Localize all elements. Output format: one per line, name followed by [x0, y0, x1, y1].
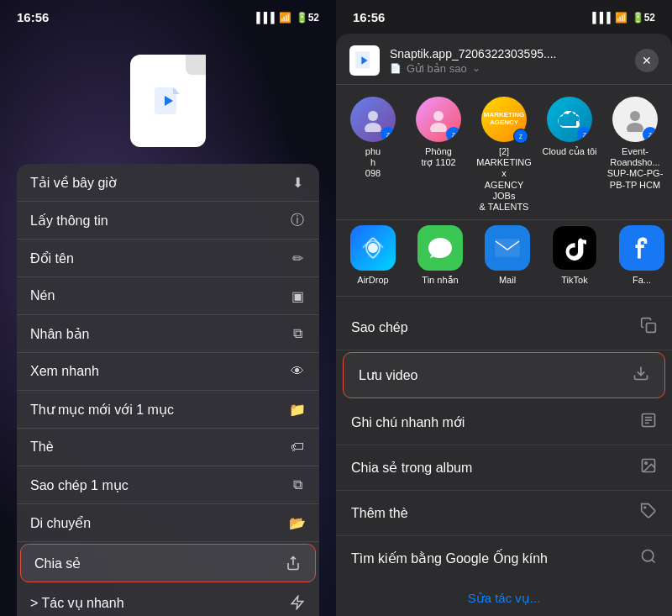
- contact-avatar-5: Z: [612, 97, 658, 142]
- chevron-down-icon: ⌄: [472, 62, 480, 74]
- quick-action-icon: [289, 594, 306, 611]
- menu-xem-nhanh[interactable]: Xem nhanh 👁: [17, 353, 319, 391]
- message-app-icon: [417, 225, 463, 271]
- add-tag-icon: [640, 503, 657, 524]
- svg-point-3: [368, 111, 378, 121]
- status-icons-right: ▐▐▐ 📶 🔋52: [589, 12, 655, 24]
- menu-the[interactable]: Thè 🏷: [17, 429, 319, 466]
- contact-3-name: [2]MARKETING xAGENCY JOBs& TALENTS: [474, 146, 534, 213]
- tiktok-app-icon: [552, 225, 597, 271]
- action-list: Sao chép Lưu video: [336, 305, 672, 581]
- contact-4-name: Cloud của tôi: [542, 146, 596, 157]
- menu-doi-ten[interactable]: Đổi tên ✏: [17, 240, 319, 277]
- google-lens-label: Tìm kiếm bằng Google Ống kính: [351, 550, 548, 566]
- contact-5[interactable]: Z Event-Roandsho...SUP-MC-PG-PB-TP HCM: [605, 97, 665, 213]
- share-app-facebook[interactable]: Fa...: [612, 225, 672, 286]
- svg-point-18: [645, 462, 648, 465]
- contact-5-app-label: Z: [643, 127, 658, 142]
- mail-label: Mail: [499, 275, 516, 285]
- svg-rect-10: [496, 240, 519, 256]
- facebook-label: Fa...: [633, 275, 651, 285]
- action-them-the[interactable]: Thêm thè: [336, 491, 672, 536]
- contact-4-app-label: Z: [577, 127, 592, 142]
- share-subtitle-text: Gửi bản sao: [407, 62, 467, 75]
- file-icon-area: [0, 29, 336, 164]
- compress-icon: ▣: [289, 287, 306, 304]
- airdrop-label: AirDrop: [357, 275, 388, 285]
- share-header: Snaptik.app_7206322303595.... 📄 Gửi bản …: [336, 34, 672, 85]
- svg-point-20: [643, 550, 654, 561]
- share-header-info: Snaptik.app_7206322303595.... 📄 Gửi bản …: [390, 47, 625, 75]
- svg-point-6: [430, 123, 447, 132]
- close-button[interactable]: ✕: [635, 49, 659, 72]
- ghi-chu-label: Ghi chú nhanh mới: [351, 414, 465, 430]
- contact-5-name: Event-Roandsho...SUP-MC-PG-PB-TP HCM: [607, 146, 664, 191]
- contact-avatar-2: Z: [416, 97, 461, 142]
- menu-nhan-ban[interactable]: Nhân bản ⧉: [17, 315, 319, 353]
- copy-icon: ⧉: [289, 476, 306, 493]
- menu-chia-se[interactable]: Chia sẻ: [20, 544, 316, 582]
- contact-1[interactable]: Z phuh098: [343, 97, 403, 213]
- contact-avatar-3: MARKETINGAGENCY Z: [481, 97, 527, 142]
- menu-lay-thong-tin[interactable]: Lấy thông tin ⓘ: [17, 202, 319, 240]
- contact-4[interactable]: Z Cloud của tôi: [539, 97, 600, 213]
- tag-icon: 🏷: [289, 439, 306, 455]
- action-google-lens[interactable]: Tìm kiếm bằng Google Ống kính: [336, 536, 672, 581]
- share-app-airdrop[interactable]: AirDrop: [343, 225, 403, 286]
- time-left: 16:56: [17, 10, 49, 24]
- edit-actions[interactable]: Sửa tác vụ...: [336, 581, 672, 616]
- status-bar-right: 16:56 ▐▐▐ 📶 🔋52: [336, 0, 672, 29]
- action-album[interactable]: Chia sẻ trong album: [336, 445, 672, 491]
- svg-rect-11: [647, 324, 656, 333]
- mail-app-icon: [485, 225, 530, 271]
- menu-tac-vu-nhanh[interactable]: > Tác vụ nhanh: [17, 584, 319, 616]
- action-sao-chep[interactable]: Sao chép: [336, 305, 672, 350]
- contact-avatar-1: Z: [350, 97, 396, 142]
- file-icon: [130, 55, 206, 147]
- sao-chep-action-label: Sao chép: [351, 320, 408, 335]
- save-video-icon: [633, 365, 649, 386]
- action-luu-video[interactable]: Lưu video: [343, 352, 665, 398]
- doi-ten-label: Đổi tên: [30, 250, 74, 266]
- share-app-mail[interactable]: Mail: [477, 225, 538, 286]
- contact-3[interactable]: MARKETINGAGENCY Z [2]MARKETING xAGENCY J…: [474, 97, 534, 213]
- share-video-icon: [354, 50, 375, 71]
- tai-ve-label: Tải về bây giờ: [30, 175, 117, 191]
- share-filename: Snaptik.app_7206322303595....: [390, 47, 625, 61]
- contact-1-app-label: Z: [381, 127, 396, 142]
- duplicate-icon: ⧉: [289, 325, 306, 342]
- menu-sao-chep[interactable]: Sao chép 1 mục ⧉: [17, 466, 319, 504]
- message-label: Tin nhắn: [422, 275, 458, 286]
- xem-nhanh-label: Xem nhanh: [30, 364, 99, 379]
- contact-2-name: Phòngtrợ 1102: [421, 146, 455, 168]
- svg-point-8: [627, 123, 643, 132]
- svg-point-9: [368, 243, 378, 253]
- menu-nen[interactable]: Nén ▣: [17, 277, 319, 315]
- folder-icon: 📁: [289, 401, 306, 418]
- menu-thu-muc[interactable]: Thư mục mới với 1 mục 📁: [17, 391, 319, 429]
- menu-di-chuyen[interactable]: Di chuyển 📂: [17, 504, 319, 542]
- search-icon: [640, 548, 657, 569]
- time-right: 16:56: [353, 10, 385, 24]
- share-app-message[interactable]: Tin nhắn: [410, 225, 470, 286]
- svg-marker-1: [291, 597, 303, 609]
- contact-2[interactable]: Z Phòngtrợ 1102: [408, 97, 469, 213]
- menu-tai-ve[interactable]: Tải về bây giờ ⬇: [17, 164, 319, 202]
- luu-video-label: Lưu video: [359, 367, 418, 383]
- doc-icon: 📄: [390, 63, 402, 74]
- chia-se-label: Chia sẻ: [34, 555, 81, 571]
- airdrop-app-icon: [350, 225, 396, 271]
- lay-thong-tin-label: Lấy thông tin: [30, 213, 108, 229]
- contact-2-app-label: Z: [446, 127, 461, 142]
- svg-point-5: [433, 111, 444, 121]
- contact-avatar-4: Z: [547, 97, 592, 142]
- album-icon: [640, 457, 657, 478]
- nen-label: Nén: [30, 288, 55, 303]
- action-ghi-chu[interactable]: Ghi chú nhanh mới: [336, 400, 672, 445]
- share-apps-row: AirDrop Tin nhắn Mail: [336, 220, 672, 297]
- share-subtitle: 📄 Gửi bản sao ⌄: [390, 62, 625, 75]
- video-file-icon: [151, 84, 185, 118]
- sao-chep-label: Sao chép 1 mục: [30, 477, 129, 493]
- share-app-tiktok[interactable]: TikTok: [544, 225, 605, 286]
- move-icon: 📂: [289, 514, 306, 531]
